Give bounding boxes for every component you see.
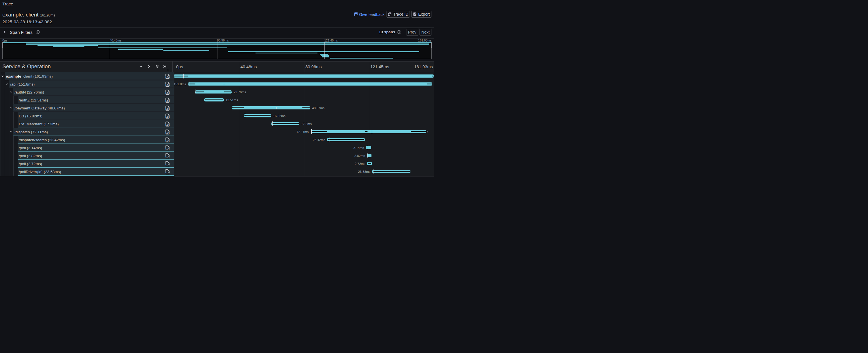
svg-text:LOG: LOG — [165, 108, 170, 110]
svg-text:LOG: LOG — [165, 148, 170, 150]
svg-text:LOG: LOG — [165, 84, 170, 87]
svg-text:LOG: LOG — [165, 92, 170, 94]
svg-text:LOG: LOG — [165, 100, 170, 102]
svg-text:LOG: LOG — [165, 132, 170, 134]
svg-text:LOG: LOG — [165, 116, 170, 118]
svg-text:LOG: LOG — [165, 76, 170, 78]
svg-text:LOG: LOG — [165, 124, 170, 126]
svg-text:LOG: LOG — [165, 172, 170, 174]
svg-text:LOG: LOG — [165, 156, 170, 158]
svg-text:LOG: LOG — [165, 140, 170, 142]
svg-text:LOG: LOG — [165, 164, 170, 166]
